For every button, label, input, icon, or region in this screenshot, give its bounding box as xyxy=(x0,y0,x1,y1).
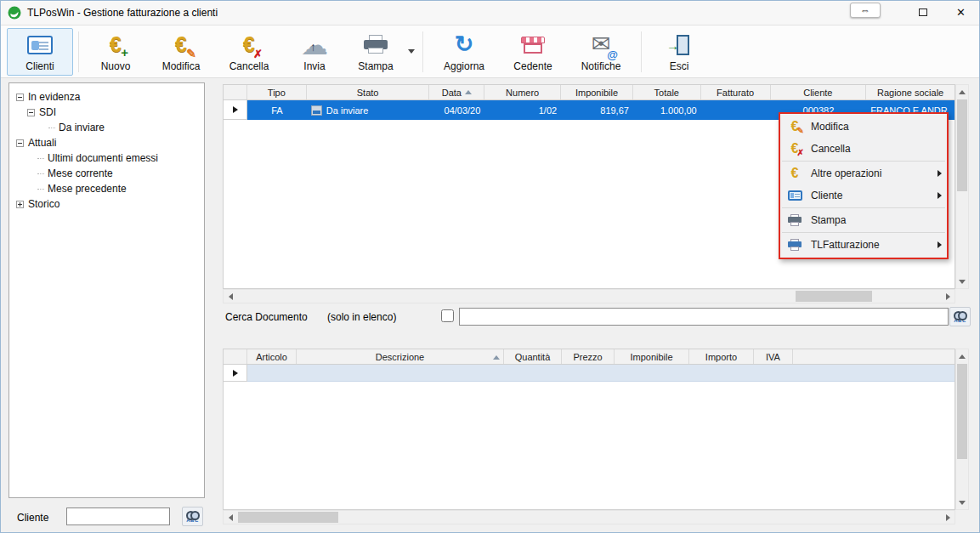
tree-item-storico[interactable]: Storico xyxy=(9,196,204,212)
resize-hint-button[interactable]: ⇔ xyxy=(850,3,881,18)
euro-pencil-icon: €✎ xyxy=(787,120,802,133)
col-header-imponibile[interactable]: Imponibile xyxy=(561,85,633,99)
items-grid-header: Articolo Descrizione Quantità Prezzo Imp… xyxy=(223,349,955,365)
col-header-numero[interactable]: Numero xyxy=(484,85,561,99)
tree-item-ultimi-documenti-emessi[interactable]: Ultimi documenti emessi xyxy=(9,150,204,166)
cliente-filter-input[interactable] xyxy=(66,507,170,525)
documents-horizontal-scrollbar[interactable] xyxy=(223,289,955,303)
search-in-list-checkbox[interactable] xyxy=(441,309,454,322)
row-selector-cell[interactable] xyxy=(224,100,247,120)
navigation-tree-panel: In evidenza SDI Da inviare Attuali Ultim… xyxy=(8,82,205,498)
refresh-icon: ↻ xyxy=(449,31,479,59)
menu-item-cancella[interactable]: €✗ Cancella xyxy=(780,138,947,160)
col-header-articolo[interactable]: Articolo xyxy=(247,349,297,364)
maximize-button[interactable] xyxy=(904,0,942,25)
scroll-up-button[interactable] xyxy=(956,349,968,363)
stampa-dropdown-button[interactable] xyxy=(405,28,417,76)
scroll-down-button[interactable] xyxy=(956,496,968,509)
stampa-button[interactable]: Stampa xyxy=(346,28,405,76)
envelope-at-icon: ✉@ xyxy=(586,31,616,59)
modifica-button[interactable]: €✎ Modifica xyxy=(147,28,215,76)
col-header-totale[interactable]: Totale xyxy=(633,85,701,99)
col-header-iva[interactable]: IVA xyxy=(754,349,793,364)
documents-vertical-scrollbar[interactable] xyxy=(955,84,969,289)
tree-item-mese-precedente[interactable]: Mese precedente xyxy=(9,181,204,196)
scroll-left-button[interactable] xyxy=(224,290,237,303)
scrollbar-thumb[interactable] xyxy=(957,364,967,459)
cancella-button[interactable]: €✗ Cancella xyxy=(215,28,283,76)
tree-item-mese-corrente[interactable]: Mese corrente xyxy=(9,166,204,181)
cell-data: 04/03/20 xyxy=(429,100,484,120)
invia-button[interactable]: ☁↑ Invia xyxy=(283,28,346,76)
row-selector-cell[interactable] xyxy=(224,365,247,382)
col-header-importo[interactable]: Importo xyxy=(689,349,754,364)
close-button[interactable]: ✕ xyxy=(942,0,980,25)
menu-item-cliente[interactable]: Cliente xyxy=(780,184,947,207)
col-header-fatturato[interactable]: Fatturato xyxy=(701,85,771,99)
col-header-data[interactable]: Data xyxy=(429,85,484,99)
items-horizontal-scrollbar[interactable] xyxy=(223,510,955,524)
search-input[interactable] xyxy=(459,308,949,326)
submenu-arrow-icon xyxy=(938,170,942,177)
scroll-left-button[interactable] xyxy=(224,511,237,524)
close-icon: ✕ xyxy=(956,6,966,19)
scrollbar-thumb[interactable] xyxy=(238,512,338,523)
notifiche-button[interactable]: ✉@ Notifiche xyxy=(566,28,636,76)
menu-item-modifica[interactable]: €✎ Modifica xyxy=(780,116,947,138)
col-header-descrizione[interactable]: Descrizione xyxy=(297,349,504,364)
scrollbar-thumb[interactable] xyxy=(796,291,872,302)
nuovo-button[interactable]: €+ Nuovo xyxy=(84,28,147,76)
aggiorna-button[interactable]: ↻ Aggiorna xyxy=(428,28,500,76)
collapse-icon[interactable] xyxy=(16,94,24,101)
scroll-right-icon xyxy=(946,514,950,521)
tree-connector xyxy=(37,173,44,174)
tree-connector xyxy=(48,128,55,128)
items-empty-row[interactable] xyxy=(224,365,955,382)
row-selector-header xyxy=(224,349,247,364)
esci-button[interactable]: → Esci xyxy=(647,28,711,76)
cell-numero: 1/02 xyxy=(484,100,561,120)
maximize-icon xyxy=(919,9,927,16)
menu-item-tlfatturazione[interactable]: TLFatturazione xyxy=(780,234,947,256)
euro-cross-icon: €✗ xyxy=(234,31,264,59)
col-header-tipo[interactable]: Tipo xyxy=(247,85,307,99)
col-header-quantita[interactable]: Quantità xyxy=(504,349,562,364)
euro-plus-icon: €+ xyxy=(100,31,131,59)
menu-separator xyxy=(782,207,945,208)
toolbar-separator xyxy=(78,31,79,72)
collapse-icon[interactable] xyxy=(27,109,35,116)
sort-ascending-icon xyxy=(465,90,472,94)
toolbar-separator xyxy=(422,31,423,72)
window-title: TLPosWin - Gestione fatturazione a clien… xyxy=(27,7,218,19)
tree-item-in-evidenza[interactable]: In evidenza xyxy=(9,89,204,105)
menu-item-stampa[interactable]: Stampa xyxy=(780,209,947,231)
tree-item-sdi[interactable]: SDI xyxy=(9,105,204,120)
items-vertical-scrollbar[interactable] xyxy=(955,349,969,510)
cedente-button[interactable]: Cedente xyxy=(500,28,566,76)
scroll-down-button[interactable] xyxy=(956,275,968,288)
scroll-right-button[interactable] xyxy=(941,290,955,303)
row-selector-header xyxy=(224,85,247,99)
scroll-up-button[interactable] xyxy=(956,85,968,99)
search-find-button[interactable]: ABC xyxy=(949,307,971,326)
tree-item-da-inviare[interactable]: Da inviare xyxy=(9,120,204,135)
cell-totale: 1.000,00 xyxy=(633,100,701,120)
tree-item-attuali[interactable]: Attuali xyxy=(9,135,204,150)
scroll-down-icon xyxy=(959,280,966,284)
col-header-imponibile[interactable]: Imponibile xyxy=(615,349,689,364)
scrollbar-thumb[interactable] xyxy=(957,99,967,191)
menu-separator xyxy=(782,161,945,162)
cliente-find-button[interactable]: ABC xyxy=(182,507,203,526)
clienti-button[interactable]: Clienti xyxy=(7,28,73,76)
col-header-cliente[interactable]: Cliente xyxy=(771,85,867,99)
shop-icon xyxy=(518,31,548,59)
collapse-icon[interactable] xyxy=(16,139,24,147)
col-header-prezzo[interactable]: Prezzo xyxy=(562,349,615,364)
expand-icon[interactable] xyxy=(16,201,24,208)
col-header-ragione-sociale[interactable]: Ragione sociale xyxy=(866,85,955,99)
euro-pencil-icon: €✎ xyxy=(166,31,196,59)
cell-tipo: FA xyxy=(247,100,307,120)
scroll-right-button[interactable] xyxy=(941,511,955,524)
col-header-stato[interactable]: Stato xyxy=(307,85,430,99)
menu-item-altre-operazioni[interactable]: € Altre operazioni xyxy=(780,162,947,184)
